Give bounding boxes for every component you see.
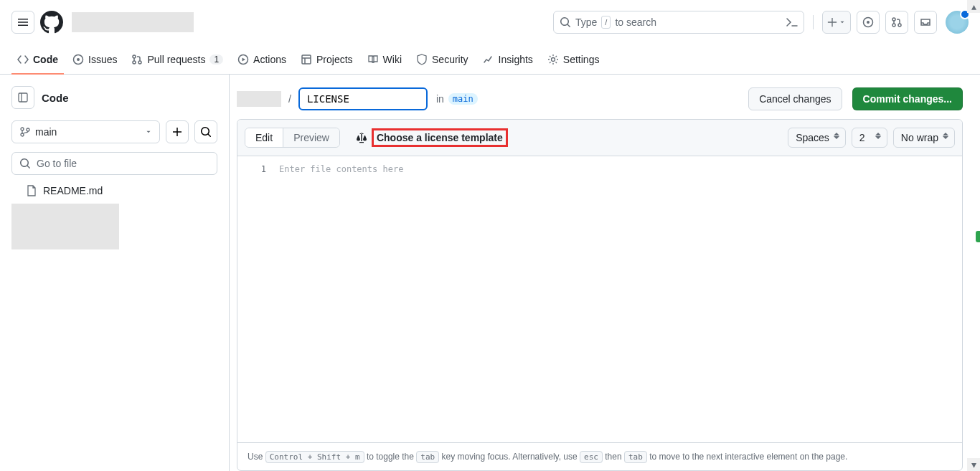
code-placeholder: Enter file contents here xyxy=(273,156,962,442)
dot-circle-icon xyxy=(862,16,874,28)
inbox-icon xyxy=(920,16,931,28)
sidebar-title: Code xyxy=(42,92,69,104)
search-icon xyxy=(19,158,31,169)
inbox-button[interactable] xyxy=(914,11,937,34)
tab-preview[interactable]: Preview xyxy=(283,128,339,147)
book-icon xyxy=(367,54,379,65)
wrap-mode-select[interactable]: No wrap xyxy=(893,128,955,148)
scrollbar-down[interactable]: ▾ xyxy=(967,458,980,471)
git-pull-request-icon xyxy=(891,16,903,28)
search-prefix: Type xyxy=(575,16,597,28)
keyboard-hint: Use Control + Shift + m to toggle the ta… xyxy=(237,442,962,470)
chevron-down-icon xyxy=(145,128,152,135)
branch-selector[interactable]: main xyxy=(11,120,160,143)
scrollbar-up[interactable]: ▴ xyxy=(967,0,980,13)
command-palette-icon[interactable] xyxy=(786,16,798,28)
redacted-area xyxy=(11,204,119,249)
svg-point-9 xyxy=(138,61,141,64)
issues-icon xyxy=(72,54,84,65)
slash-key: / xyxy=(601,16,611,29)
nav-wiki[interactable]: Wiki xyxy=(362,45,407,74)
svg-rect-11 xyxy=(302,55,311,64)
svg-point-1 xyxy=(867,21,870,24)
svg-point-7 xyxy=(133,55,136,58)
line-gutter: 1 xyxy=(237,156,273,442)
graph-icon xyxy=(483,54,494,65)
play-icon xyxy=(237,54,249,65)
create-new-button[interactable] xyxy=(822,11,851,34)
global-search[interactable]: Type / to search xyxy=(553,11,804,34)
svg-point-6 xyxy=(77,58,80,61)
github-logo[interactable] xyxy=(40,11,63,34)
nav-security[interactable]: Security xyxy=(410,45,474,74)
project-icon xyxy=(301,54,312,65)
branch-pill: main xyxy=(448,93,478,105)
nav-code[interactable]: Code xyxy=(11,45,64,74)
svg-point-4 xyxy=(898,24,901,27)
repo-title xyxy=(72,12,194,32)
tab-edit[interactable]: Edit xyxy=(245,128,283,147)
avatar[interactable] xyxy=(946,11,969,34)
repo-name-redacted xyxy=(237,91,281,107)
repo-nav: Code Issues Pull requests 1 Actions Proj… xyxy=(0,44,980,75)
filename-input[interactable] xyxy=(298,87,428,110)
gear-icon xyxy=(547,54,559,65)
chevron-down-icon xyxy=(839,19,846,26)
add-file-button[interactable] xyxy=(166,120,189,143)
svg-rect-13 xyxy=(19,93,27,102)
file-tree-sidebar: Code main Go to file README.md xyxy=(0,75,230,471)
nav-insights[interactable]: Insights xyxy=(477,45,539,74)
issues-button[interactable] xyxy=(857,11,880,34)
editor-body[interactable]: 1 Enter file contents here xyxy=(237,156,962,442)
svg-point-3 xyxy=(892,24,895,27)
file-tree-item[interactable]: README.md xyxy=(11,181,217,201)
pr-counter: 1 xyxy=(209,54,223,65)
svg-point-15 xyxy=(21,133,24,136)
go-to-file-input[interactable]: Go to file xyxy=(11,152,217,175)
svg-point-16 xyxy=(27,128,29,131)
search-file-button[interactable] xyxy=(194,120,217,143)
shield-icon xyxy=(416,54,428,65)
sidebar-collapse-button[interactable] xyxy=(11,86,34,109)
hamburger-icon xyxy=(17,16,29,28)
cancel-changes-button[interactable]: Cancel changes xyxy=(748,87,842,110)
choose-license-button[interactable]: Choose a license template xyxy=(350,125,514,150)
search-icon xyxy=(560,16,571,28)
pull-requests-button[interactable] xyxy=(885,11,908,34)
editor-toolbar: Edit Preview Choose a license template S… xyxy=(237,120,962,156)
svg-point-12 xyxy=(551,57,555,61)
search-suffix: to search xyxy=(615,16,656,28)
sidebar-icon xyxy=(17,92,29,103)
global-header: Type / to search xyxy=(0,0,980,44)
branch-icon xyxy=(19,126,31,138)
nav-pull-requests[interactable]: Pull requests 1 xyxy=(126,45,229,74)
pr-icon xyxy=(131,54,143,65)
menu-button[interactable] xyxy=(11,11,34,34)
svg-point-14 xyxy=(21,128,24,130)
commit-changes-button[interactable]: Commit changes... xyxy=(852,87,963,110)
in-label: in xyxy=(436,93,444,105)
feedback-tab[interactable] xyxy=(976,231,980,242)
law-icon xyxy=(356,132,367,143)
nav-projects[interactable]: Projects xyxy=(295,45,359,74)
svg-point-2 xyxy=(892,18,895,21)
nav-issues[interactable]: Issues xyxy=(67,45,123,74)
indent-size-select[interactable]: 2 xyxy=(852,128,887,148)
nav-settings[interactable]: Settings xyxy=(542,45,606,74)
nav-actions[interactable]: Actions xyxy=(232,45,292,74)
code-icon xyxy=(17,54,29,65)
file-path-row: / in main Cancel changes Commit changes.… xyxy=(230,75,980,123)
indent-mode-select[interactable]: Spaces xyxy=(788,128,846,148)
plus-icon xyxy=(827,17,837,27)
svg-point-8 xyxy=(133,61,136,64)
file-name: README.md xyxy=(43,185,103,196)
file-icon xyxy=(26,185,37,196)
